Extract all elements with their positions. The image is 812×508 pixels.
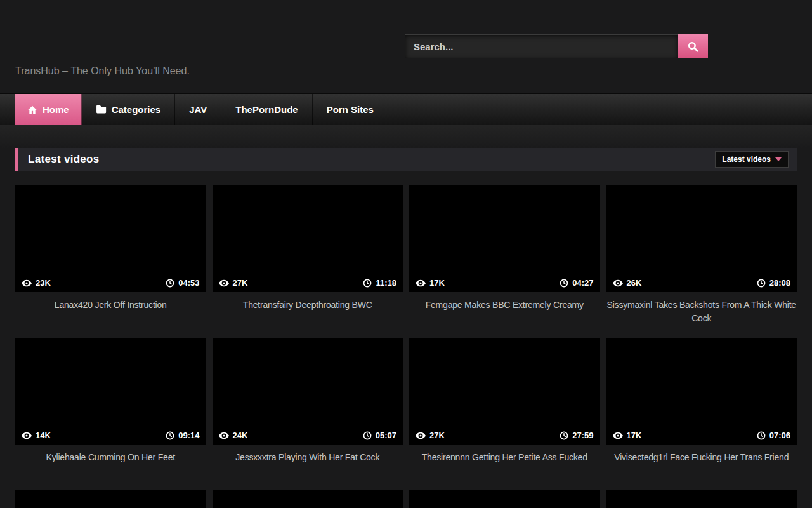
video-meta: 26K 28:08 [606,278,797,292]
video-title[interactable]: Femgape Makes BBC Extremely Creamy [409,298,600,312]
eye-icon [613,279,623,287]
nav-item-home[interactable]: Home [15,94,82,125]
view-count: 17K [613,431,642,440]
nav-item-theporndude[interactable]: ThePornDude [221,94,312,125]
video-title[interactable]: Thesirennnn Getting Her Petite Ass Fucke… [409,451,600,464]
duration: 11:18 [363,278,396,288]
video-meta: 14K 09:14 [15,431,206,444]
nav-item-label: Home [43,104,69,115]
video-card[interactable] [606,490,797,508]
nav-item-categories[interactable]: Categories [82,94,176,125]
nav-item-porn-sites[interactable]: Porn Sites [313,94,388,125]
nav-item-label: ThePornDude [235,104,298,115]
home-icon [27,105,37,115]
sort-dropdown[interactable]: Latest videos [715,151,789,168]
eye-icon [22,432,32,439]
video-thumbnail[interactable]: 26K 28:08 [606,185,797,292]
eye-icon [22,279,32,287]
folder-icon [96,105,107,114]
video-meta: 24K 05:07 [213,431,403,444]
video-card[interactable]: 14K 09:14 Kyliehaale Cumming On Her Feet [15,338,206,490]
video-thumbnail[interactable]: 27K 27:59 [409,338,600,444]
section-title: Latest videos [28,153,100,166]
video-thumbnail[interactable]: 24K 05:07 [213,338,403,444]
video-meta: 27K 11:18 [213,278,403,292]
video-thumbnail[interactable]: 17K 07:06 [606,338,797,444]
video-card[interactable]: 26K 28:08 Sissymaxinl Takes Backshots Fr… [606,185,797,338]
video-thumbnail[interactable]: 14K 09:14 [15,338,206,444]
video-card[interactable]: 23K 04:53 Lanax420 Jerk Off Instruction [15,185,206,338]
video-card[interactable] [409,490,600,508]
site-tagline: TransHub – The Only Hub You’ll Need. [15,65,190,77]
video-thumbnail[interactable] [606,490,797,508]
sort-dropdown-label: Latest videos [722,155,771,164]
video-thumbnail[interactable] [15,490,206,508]
video-meta: 17K 07:06 [606,431,797,444]
video-thumbnail[interactable]: 27K 11:18 [213,185,403,292]
clock-icon [363,279,372,288]
video-title[interactable]: Kyliehaale Cumming On Her Feet [15,451,206,464]
nav-item-label: Categories [112,104,161,115]
video-title[interactable]: Jessxxxtra Playing With Her Fat Cock [213,451,403,464]
search-icon [687,41,699,53]
eye-icon [416,432,426,439]
eye-icon [416,279,426,287]
search-input[interactable] [405,34,678,58]
clock-icon [560,279,568,288]
eye-icon [613,432,623,439]
clock-icon [757,431,766,440]
view-count: 14K [22,431,51,440]
duration: 09:14 [166,431,199,440]
view-count: 17K [416,278,445,288]
view-count: 26K [613,278,642,288]
latest-videos-section-header: Latest videos Latest videos [15,148,797,171]
clock-icon [363,431,372,440]
video-meta: 27K 27:59 [409,431,600,444]
eye-icon [219,432,229,439]
video-thumbnail[interactable] [409,490,600,508]
video-grid: 23K 04:53 Lanax420 Jerk Off Instruction … [15,185,797,508]
nav-fade-strip [0,125,812,148]
video-card[interactable]: 24K 05:07 Jessxxxtra Playing With Her Fa… [213,338,403,490]
clock-icon [166,431,174,440]
clock-icon [560,431,568,440]
video-card[interactable]: 27K 11:18 Thetransfairy Deepthroating BW… [213,185,403,338]
video-title[interactable]: Vivisectedg1rl Face Fucking Her Trans Fr… [606,451,797,464]
video-card[interactable] [15,490,206,508]
duration: 05:07 [363,431,396,440]
duration: 07:06 [757,431,790,440]
video-meta: 23K 04:53 [15,278,206,292]
video-card[interactable]: 17K 04:27 Femgape Makes BBC Extremely Cr… [409,185,600,338]
clock-icon [166,279,174,288]
video-card[interactable]: 17K 07:06 Vivisectedg1rl Face Fucking He… [606,338,797,490]
site-header: TransHub – The Only Hub You’ll Need. [0,0,812,93]
view-count: 27K [416,431,445,440]
search-form [405,34,708,58]
duration: 27:59 [560,431,593,440]
video-meta: 17K 04:27 [409,278,600,292]
nav-item-label: Porn Sites [327,104,374,115]
view-count: 23K [22,278,51,288]
duration: 28:08 [757,278,790,288]
duration: 04:27 [560,278,593,288]
video-thumbnail[interactable]: 17K 04:27 [409,185,600,292]
main-nav: Home Categories JAV ThePornDude Porn Sit… [0,93,812,125]
view-count: 27K [219,278,248,288]
video-card[interactable]: 27K 27:59 Thesirennnn Getting Her Petite… [409,338,600,490]
view-count: 24K [219,431,248,440]
nav-item-label: JAV [189,104,207,115]
duration: 04:53 [166,278,199,288]
video-title[interactable]: Thetransfairy Deepthroating BWC [213,298,403,312]
nav-item-jav[interactable]: JAV [175,94,221,125]
video-card[interactable] [213,490,403,508]
search-button[interactable] [678,34,708,58]
caret-down-icon [775,157,782,161]
video-thumbnail[interactable]: 23K 04:53 [15,185,206,292]
video-title[interactable]: Sissymaxinl Takes Backshots From A Thick… [606,298,797,325]
eye-icon [219,279,229,287]
video-thumbnail[interactable] [213,490,403,508]
video-title[interactable]: Lanax420 Jerk Off Instruction [15,298,206,312]
clock-icon [757,279,766,288]
